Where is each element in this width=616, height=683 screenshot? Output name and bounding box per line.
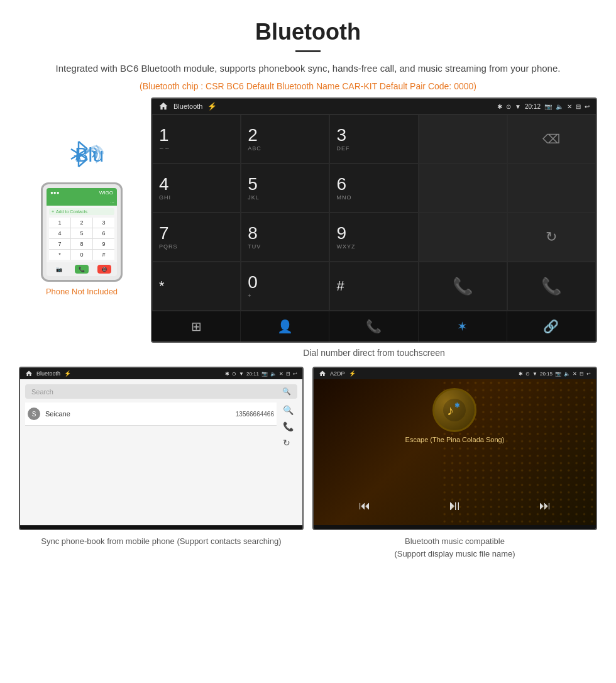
pb-nav-phone[interactable]: 📞 xyxy=(133,530,190,530)
close-icon: ✕ xyxy=(567,103,572,110)
x-icon-small: ✕ xyxy=(279,371,283,377)
music-screen: A2DP ⚡ ✱ ⊙ ▼ 20:15 📷 🔈 ✕ ⊟ ↩ xyxy=(312,367,597,530)
dial-key-2[interactable]: 2 ABC xyxy=(241,114,329,164)
contact-name: Seicane xyxy=(45,410,236,418)
dial-key-empty-2 xyxy=(419,164,507,213)
dial-key-hash[interactable]: # xyxy=(329,262,418,311)
dial-key-call-red[interactable]: 📞 xyxy=(507,262,596,311)
win-icon-music: ⊟ xyxy=(580,371,584,377)
dial-key-refresh[interactable]: ↻ xyxy=(507,213,596,262)
sig-icon-small: ▼ xyxy=(239,371,244,377)
dial-key-6[interactable]: 6 MNO xyxy=(329,164,418,213)
car-bottom-nav: ⊞ 👤 📞 ✶ 🔗 xyxy=(152,311,596,342)
phone-top-bar: ●●●WIGO xyxy=(47,188,117,197)
camera-icon: 📷 xyxy=(544,103,552,110)
phone-screen: +Add to Contacts 1 2 3 4 5 6 7 8 9 * 0 # xyxy=(47,206,117,262)
dial-key-1[interactable]: 1 ∽∽ xyxy=(152,114,241,164)
pb-nav-bt[interactable]: ✶ xyxy=(189,530,246,530)
phonebook-content: S Seicane 13566664466 🔍 📞 ↻ xyxy=(25,403,297,520)
dial-key-9[interactable]: 9 WXYZ xyxy=(329,213,418,262)
pb-nav-person[interactable]: 👤 xyxy=(77,530,133,530)
contact-row[interactable]: S Seicane 13566664466 xyxy=(25,403,277,426)
dial-key-8[interactable]: 8 TUV xyxy=(241,213,329,262)
bluetooth-wifi-icon: Bluetooth; ⭑ xyxy=(60,135,104,173)
bluetooth-status-icon: ✱ xyxy=(497,103,502,110)
music-content: ♪ ✱ Escape (The Pina Colada Song) xyxy=(405,386,505,492)
phonebook-screen: Bluetooth ⚡ ✱ ⊙ ▼ 20:11 📷 🔈 ✕ ⊟ ↩ xyxy=(19,367,304,530)
dial-key-call-green[interactable]: 📞 xyxy=(419,262,507,311)
bottom-screenshots: Bluetooth ⚡ ✱ ⊙ ▼ 20:11 📷 🔈 ✕ ⊟ ↩ xyxy=(0,367,616,560)
phone-mockup: ●●●WIGO ... +Add to Contacts 1 2 3 4 5 6… xyxy=(41,182,123,282)
phone-keypad: 1 2 3 4 5 6 7 8 9 * 0 # xyxy=(49,218,114,260)
search-bar[interactable]: Search 🔍 xyxy=(25,384,297,399)
time-music: 20:15 xyxy=(540,371,553,377)
nav-grid-icon[interactable]: ⊞ xyxy=(152,311,241,342)
nav-person-icon[interactable]: 👤 xyxy=(241,311,329,342)
vol-icon-small: 🔈 xyxy=(270,371,277,377)
phonebook-status-bar: Bluetooth ⚡ ✱ ⊙ ▼ 20:11 📷 🔈 ✕ ⊟ ↩ xyxy=(20,368,302,379)
search-action-icon[interactable]: 🔍 xyxy=(283,405,294,415)
nav-bluetooth-icon[interactable]: ✶ xyxy=(419,311,507,342)
car-main-screen: Bluetooth ⚡ ✱ ⊙ ▼ 20:12 📷 🔈 ✕ ⊟ ↩ xyxy=(151,97,597,343)
car-status-bar: Bluetooth ⚡ ✱ ⊙ ▼ 20:12 📷 🔈 ✕ ⊟ ↩ xyxy=(152,99,596,114)
dial-key-7[interactable]: 7 PQRS xyxy=(152,213,241,262)
usb-icon-small: ⚡ xyxy=(64,370,71,377)
phonebook-col: Bluetooth ⚡ ✱ ⊙ ▼ 20:11 📷 🔈 ✕ ⊟ ↩ xyxy=(19,367,304,560)
phone-bottom-bar: 📷 📞 📵 xyxy=(47,262,117,276)
title-divider xyxy=(295,50,321,52)
bluetooth-specs: (Bluetooth chip : CSR BC6 Default Blueto… xyxy=(38,81,578,91)
pb-nav-grid[interactable]: ⊞ xyxy=(20,530,77,530)
prev-button[interactable]: ⏮ xyxy=(359,499,370,513)
phonebook-body: Search 🔍 S Seicane 13566664466 🔍 📞 xyxy=(20,379,302,525)
dial-key-5[interactable]: 5 JKL xyxy=(241,164,329,213)
music-note-icon: ♪ ✱ xyxy=(442,397,467,423)
music-screen-body: ♪ ✱ Escape (The Pina Colada Song) ⏮ ⏯ ⏭ xyxy=(314,379,596,525)
music-caption: Bluetooth music compatible(Support displ… xyxy=(312,535,597,560)
dial-key-empty-4 xyxy=(419,213,507,262)
window-icon: ⊟ xyxy=(576,103,581,110)
signal-icon: ▼ xyxy=(515,103,521,110)
dial-key-delete[interactable]: ⌫ xyxy=(507,114,596,164)
phonebook-caption: Sync phone-book from mobile phone (Suppo… xyxy=(19,535,304,548)
phonebook-bottom-nav: ⊞ 👤 📞 ✶ 🔗 xyxy=(20,525,302,530)
music-status-label: A2DP xyxy=(330,370,345,377)
home-icon-small xyxy=(25,370,33,377)
bt-icon-music: ✱ xyxy=(519,371,523,377)
page-subtitle: Integrated with BC6 Bluetooth module, su… xyxy=(38,61,578,76)
loc-icon-small: ⊙ xyxy=(232,371,236,377)
main-content: Bluetooth; ⭑ ●●●WIGO ... xyxy=(0,97,616,367)
svg-text:✱: ✱ xyxy=(454,402,460,409)
back-icon: ↩ xyxy=(585,103,590,110)
x-icon-music: ✕ xyxy=(573,371,577,377)
sig-icon-music: ▼ xyxy=(532,371,537,377)
call-action-icon[interactable]: 📞 xyxy=(283,421,294,431)
music-col: A2DP ⚡ ✱ ⊙ ▼ 20:15 📷 🔈 ✕ ⊟ ↩ xyxy=(312,367,597,560)
search-icon: 🔍 xyxy=(282,387,291,396)
contact-avatar: S xyxy=(28,408,40,420)
home-icon-music xyxy=(319,370,326,377)
nav-phone-icon[interactable]: 📞 xyxy=(329,311,418,342)
back-icon-music: ↩ xyxy=(586,371,591,377)
song-title: Escape (The Pina Colada Song) xyxy=(405,436,505,443)
dial-key-star[interactable]: * xyxy=(152,262,241,311)
phone-not-included-label: Phone Not Included xyxy=(46,287,118,296)
dial-key-0[interactable]: 0 + xyxy=(241,262,329,311)
usb-icon: ⚡ xyxy=(207,102,217,111)
pb-nav-link[interactable]: 🔗 xyxy=(246,530,302,530)
dial-key-3[interactable]: 3 DEF xyxy=(329,114,418,164)
dial-key-empty-3 xyxy=(507,164,596,213)
dial-key-4[interactable]: 4 GHI xyxy=(152,164,241,213)
volume-icon: 🔈 xyxy=(556,103,563,110)
music-status-bar: A2DP ⚡ ✱ ⊙ ▼ 20:15 📷 🔈 ✕ ⊟ ↩ xyxy=(314,368,596,379)
loc-icon-music: ⊙ xyxy=(525,371,530,377)
refresh-action-icon[interactable]: ↻ xyxy=(283,438,294,448)
nav-link-icon[interactable]: 🔗 xyxy=(507,311,596,342)
status-label: Bluetooth xyxy=(173,103,202,110)
dial-key-empty-1 xyxy=(419,114,507,164)
bt-icon-small: ✱ xyxy=(225,371,229,377)
contact-list: S Seicane 13566664466 xyxy=(25,403,277,520)
win-icon-small: ⊟ xyxy=(286,371,290,377)
phone-section: Bluetooth; ⭑ ●●●WIGO ... xyxy=(19,97,145,296)
car-unit-section: Bluetooth ⚡ ✱ ⊙ ▼ 20:12 📷 🔈 ✕ ⊟ ↩ xyxy=(145,97,597,367)
home-icon xyxy=(158,101,168,111)
